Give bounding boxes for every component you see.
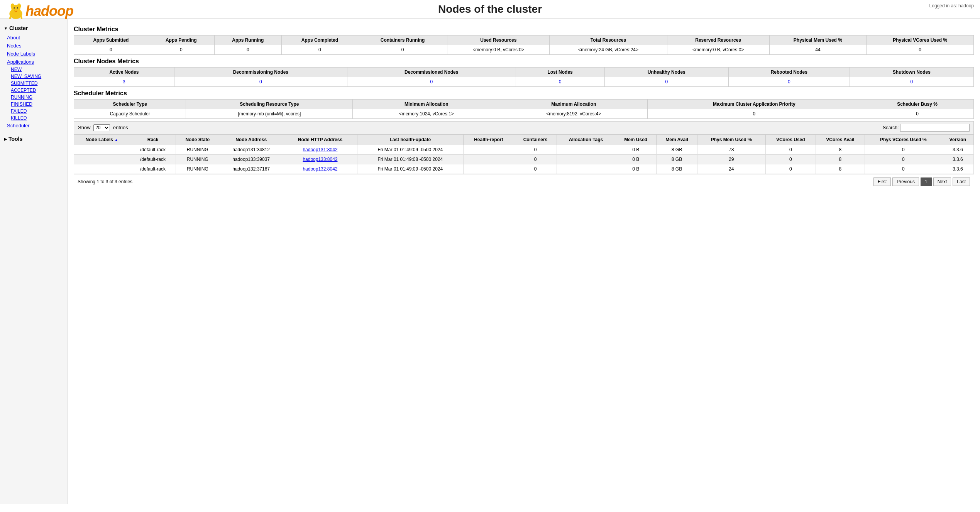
cluster-section-header[interactable]: ▼ Cluster: [0, 23, 67, 34]
th-health-report[interactable]: Health-report: [463, 135, 514, 145]
th-node-address[interactable]: Node Address: [219, 135, 283, 145]
td-vcores-used: 0: [765, 155, 816, 164]
col-scheduler-busy-pct: Scheduler Busy %: [861, 100, 973, 109]
sidebar-item-app-killed[interactable]: KILLED: [0, 115, 67, 122]
sidebar: ▼ Cluster About Nodes Node Labels Applic…: [0, 19, 68, 504]
col-apps-pending: Apps Pending: [148, 35, 214, 45]
th-allocation-tags[interactable]: Allocation Tags: [557, 135, 615, 145]
col-decommissioned-nodes: Decommissioned Nodes: [347, 68, 516, 77]
th-phys-mem-used-pct[interactable]: Phys Mem Used %: [697, 135, 765, 145]
td-mem-used: 0 B: [615, 155, 657, 164]
cluster-label: Cluster: [9, 25, 28, 31]
td-mem-avail: 8 GB: [657, 164, 697, 174]
val-minimum-allocation: <memory:1024, vCores:1>: [353, 109, 500, 119]
val-unhealthy-nodes[interactable]: 0: [604, 77, 728, 87]
sidebar-item-applications[interactable]: Applications: [0, 58, 67, 66]
td-rack: /default-rack: [130, 145, 176, 155]
val-decommissioning-nodes[interactable]: 0: [174, 77, 347, 87]
sidebar-item-node-labels[interactable]: Node Labels: [0, 50, 67, 58]
td-node-labels: [74, 155, 130, 164]
sidebar-item-app-failed[interactable]: FAILED: [0, 108, 67, 115]
td-node-labels: [74, 164, 130, 174]
col-rebooted-nodes: Rebooted Nodes: [728, 68, 850, 77]
td-vcores-used: 0: [765, 164, 816, 174]
val-phys-mem-used-pct: 44: [769, 45, 867, 55]
val-reserved-resources: <memory:0 B, vCores:0>: [667, 45, 769, 55]
pagination-buttons: First Previous 1 Next Last: [873, 177, 970, 186]
val-apps-running: 0: [214, 45, 281, 55]
col-maximum-allocation: Maximum Allocation: [500, 100, 648, 109]
th-mem-used[interactable]: Mem Used: [615, 135, 657, 145]
val-active-nodes[interactable]: 3: [74, 77, 174, 87]
td-node-address: hadoop131:34812: [219, 145, 283, 155]
col-decommissioning-nodes: Decommissioning Nodes: [174, 68, 347, 77]
col-reserved-resources: Reserved Resources: [667, 35, 769, 45]
table-row: /default-rackRUNNINGhadoop133:39037hadoo…: [74, 155, 974, 164]
scheduler-metrics-title: Scheduler Metrics: [74, 90, 974, 97]
main-content: Cluster Metrics Apps Submitted Apps Pend…: [68, 19, 980, 504]
logo-text: hadoop: [25, 3, 73, 19]
showing-text: Showing 1 to 3 of 3 entries: [78, 179, 132, 184]
entries-label: entries: [113, 125, 128, 130]
table-row: /default-rackRUNNINGhadoop131:34812hadoo…: [74, 145, 974, 155]
td-phys-mem-used-pct: 29: [697, 155, 765, 164]
col-unhealthy-nodes: Unhealthy Nodes: [604, 68, 728, 77]
col-minimum-allocation: Minimum Allocation: [353, 100, 500, 109]
th-phys-vcores-used-pct[interactable]: Phys VCores Used %: [865, 135, 942, 145]
td-last-health-update: Fri Mar 01 01:49:09 -0500 2024: [357, 164, 463, 174]
th-containers[interactable]: Containers: [514, 135, 557, 145]
th-node-labels[interactable]: Node Labels ▲: [74, 135, 130, 145]
previous-button[interactable]: Previous: [892, 177, 919, 186]
td-last-health-update: Fri Mar 01 01:49:09 -0500 2024: [357, 145, 463, 155]
sidebar-item-nodes[interactable]: Nodes: [0, 42, 67, 50]
val-shutdown-nodes[interactable]: 0: [850, 77, 973, 87]
td-health-report: [463, 155, 514, 164]
th-vcores-used[interactable]: VCores Used: [765, 135, 816, 145]
svg-point-4: [14, 7, 15, 8]
sidebar-item-app-finished[interactable]: FINISHED: [0, 101, 67, 108]
top-bar: hadoop Nodes of the cluster Logged in as…: [0, 0, 980, 19]
search-label: Search:: [883, 125, 899, 130]
td-allocation-tags: [557, 145, 615, 155]
search-input[interactable]: [900, 124, 970, 132]
page-1-button[interactable]: 1: [921, 177, 932, 186]
th-node-state[interactable]: Node State: [176, 135, 219, 145]
td-vcores-avail: 8: [816, 155, 865, 164]
col-apps-running: Apps Running: [214, 35, 281, 45]
sidebar-item-app-new-saving[interactable]: NEW_SAVING: [0, 73, 67, 80]
sidebar-item-app-submitted[interactable]: SUBMITTED: [0, 80, 67, 87]
th-version[interactable]: Version: [942, 135, 973, 145]
val-decommissioned-nodes[interactable]: 0: [347, 77, 516, 87]
sidebar-item-app-new[interactable]: NEW: [0, 66, 67, 73]
first-button[interactable]: First: [873, 177, 891, 186]
sidebar-item-app-accepted[interactable]: ACCEPTED: [0, 87, 67, 94]
val-lost-nodes[interactable]: 0: [516, 77, 604, 87]
val-containers-running: 0: [358, 45, 447, 55]
td-node-labels: [74, 145, 130, 155]
main-layout: ▼ Cluster About Nodes Node Labels Applic…: [0, 19, 980, 504]
sidebar-item-app-running[interactable]: RUNNING: [0, 94, 67, 101]
td-node-http-address[interactable]: hadoop132:8042: [283, 164, 357, 174]
th-node-http-address[interactable]: Node HTTP Address: [283, 135, 357, 145]
th-mem-avail[interactable]: Mem Avail: [657, 135, 697, 145]
td-node-http-address[interactable]: hadoop131:8042: [283, 145, 357, 155]
val-rebooted-nodes[interactable]: 0: [728, 77, 850, 87]
val-max-cluster-app-priority: 0: [647, 109, 861, 119]
th-last-health-update[interactable]: Last health-update: [357, 135, 463, 145]
td-mem-used: 0 B: [615, 164, 657, 174]
td-node-http-address[interactable]: hadoop133:8042: [283, 155, 357, 164]
hadoop-logo-icon: [6, 2, 25, 21]
scheduler-metrics-table: Scheduler Type Scheduling Resource Type …: [74, 99, 974, 119]
th-vcores-avail[interactable]: VCores Avail: [816, 135, 865, 145]
tools-section-header[interactable]: ▶ Tools: [0, 133, 67, 144]
sidebar-item-scheduler[interactable]: Scheduler: [0, 122, 67, 130]
col-lost-nodes: Lost Nodes: [516, 68, 604, 77]
th-rack[interactable]: Rack: [130, 135, 176, 145]
search-control: Search:: [883, 124, 970, 132]
show-entries-select[interactable]: 10 20 50 100: [93, 124, 110, 131]
col-used-resources: Used Resources: [447, 35, 550, 45]
val-scheduling-resource-type: [memory-mb (unit=Mi), vcores]: [186, 109, 353, 119]
last-button[interactable]: Last: [953, 177, 970, 186]
sidebar-item-about[interactable]: About: [0, 34, 67, 42]
next-button[interactable]: Next: [933, 177, 951, 186]
